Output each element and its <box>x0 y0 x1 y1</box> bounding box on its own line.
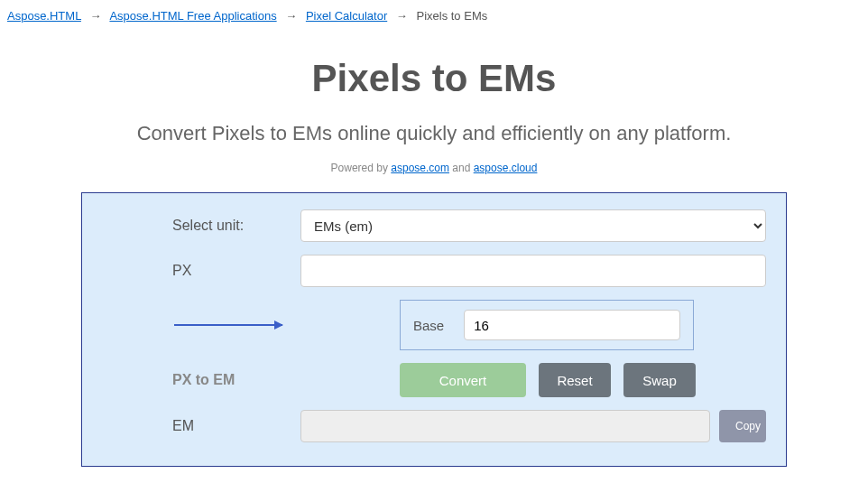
powered-link-aspose-cloud[interactable]: aspose.cloud <box>474 162 538 174</box>
em-output <box>300 410 710 442</box>
em-label: EM <box>102 418 300 434</box>
page-subtitle: Convert Pixels to EMs online quickly and… <box>0 122 868 145</box>
actions-row: PX to EM Convert Reset Swap <box>102 363 766 397</box>
select-unit-row: Select unit: EMs (em) <box>102 209 766 242</box>
base-label: Base <box>413 318 444 333</box>
copy-button[interactable]: Copy <box>719 410 766 442</box>
breadcrumb-link-pixel-calculator[interactable]: Pixel Calculator <box>306 9 387 23</box>
em-row: EM Copy <box>102 410 766 442</box>
base-input[interactable] <box>464 310 680 340</box>
powered-by: Powered by aspose.com and aspose.cloud <box>0 162 868 174</box>
px-row: PX <box>102 255 766 287</box>
arrow-icon: → <box>90 9 102 23</box>
px-input[interactable] <box>300 255 766 287</box>
direction-label: PX to EM <box>102 372 300 388</box>
converter-panel: Select unit: EMs (em) PX Base PX to EM C… <box>81 192 787 467</box>
arrow-icon: → <box>285 9 297 23</box>
powered-prefix: Powered by <box>331 162 392 174</box>
arrow-icon <box>174 324 282 326</box>
base-row: Base <box>102 300 766 350</box>
breadcrumb-link-aspose-html[interactable]: Aspose.HTML <box>7 9 81 23</box>
unit-select[interactable]: EMs (em) <box>300 209 766 242</box>
breadcrumb: Aspose.HTML → Aspose.HTML Free Applicati… <box>0 0 868 32</box>
breadcrumb-link-free-apps[interactable]: Aspose.HTML Free Applications <box>109 9 276 23</box>
hero: Pixels to EMs Convert Pixels to EMs onli… <box>0 57 868 174</box>
px-label: PX <box>102 263 300 279</box>
powered-and: and <box>449 162 474 174</box>
select-unit-label: Select unit: <box>102 218 300 234</box>
swap-button[interactable]: Swap <box>623 363 696 397</box>
base-box: Base <box>400 300 694 350</box>
convert-button[interactable]: Convert <box>400 363 526 397</box>
breadcrumb-current: Pixels to EMs <box>416 9 487 23</box>
reset-button[interactable]: Reset <box>539 363 611 397</box>
powered-link-aspose-com[interactable]: aspose.com <box>391 162 449 174</box>
arrow-icon: → <box>396 9 408 23</box>
page-title: Pixels to EMs <box>0 57 868 100</box>
